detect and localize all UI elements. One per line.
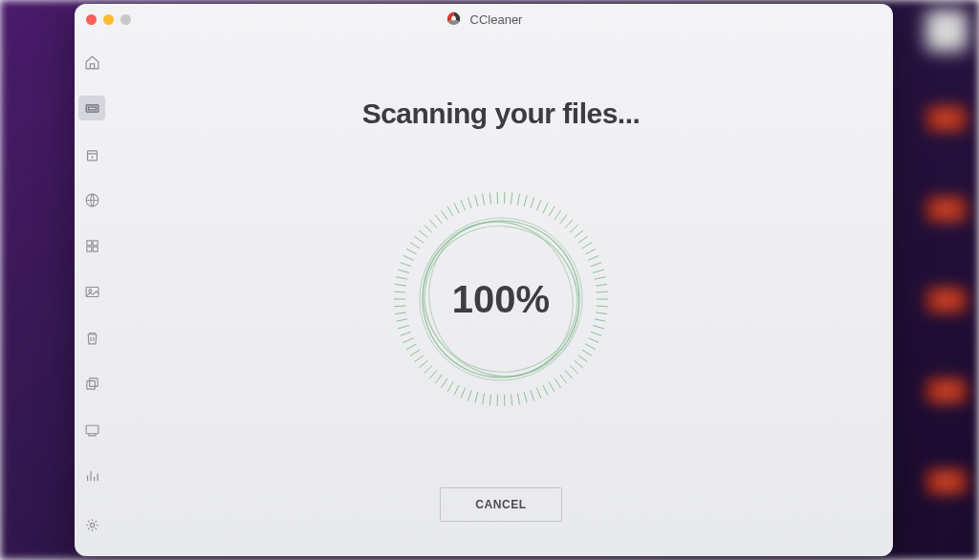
background-blur-item [925,196,968,223]
svg-line-28 [555,378,561,388]
svg-line-57 [395,312,406,314]
svg-rect-11 [86,380,95,389]
svg-line-98 [588,255,598,260]
svg-line-80 [490,193,490,205]
svg-line-31 [536,388,541,398]
svg-line-88 [543,203,548,213]
svg-line-85 [524,195,527,206]
svg-line-49 [419,360,427,368]
svg-line-46 [435,375,442,383]
svg-rect-7 [93,247,98,251]
svg-line-67 [410,243,420,248]
sidebar-item-photos[interactable] [78,279,105,304]
svg-line-93 [570,225,578,232]
svg-line-20 [588,338,598,343]
svg-line-18 [593,326,604,329]
main-content: Scanning your files... 100% CANCEL [109,34,893,556]
apps-icon [84,238,100,254]
svg-line-60 [394,291,405,292]
svg-line-17 [595,319,606,322]
svg-line-25 [570,365,578,373]
sidebar-item-web[interactable] [78,187,105,212]
svg-line-102 [596,284,607,286]
progress-ring: 100% [391,189,611,409]
sidebar-item-clean[interactable] [78,141,105,166]
title-center: CCleaner [446,11,523,28]
svg-line-69 [419,230,427,238]
svg-line-72 [435,215,442,224]
settings-icon [84,517,100,533]
background-blur-item [925,105,968,132]
svg-line-79 [483,194,485,205]
minimize-window-button[interactable] [103,14,114,25]
background-blur-app [925,10,968,52]
svg-line-64 [401,263,411,267]
svg-line-19 [591,332,601,335]
svg-line-51 [410,350,420,355]
svg-line-23 [578,355,588,362]
svg-rect-1 [88,107,97,110]
svg-line-26 [565,370,573,378]
sidebar-item-duplicates[interactable] [78,371,105,396]
close-window-button[interactable] [86,14,97,25]
svg-line-62 [396,277,407,280]
svg-line-40 [475,392,478,403]
background-blur-item [925,468,968,495]
svg-line-94 [575,230,583,238]
sidebar-item-scan[interactable] [78,96,105,120]
background-blur-item [925,287,968,313]
svg-line-50 [414,355,424,362]
scan-icon [84,100,100,117]
scan-title: Scanning your files... [362,97,641,130]
svg-rect-6 [86,247,91,251]
app-title: CCleaner [470,12,523,27]
clean-icon [84,146,100,162]
svg-line-63 [398,269,409,272]
cancel-button[interactable]: CANCEL [440,487,562,522]
duplicates-icon [84,376,100,392]
svg-line-32 [531,390,534,400]
sidebar-item-apps[interactable] [78,233,105,258]
sidebar-item-analyzer[interactable] [78,463,105,487]
svg-line-77 [468,197,471,207]
svg-line-39 [483,393,485,404]
maximize-window-button[interactable] [120,14,131,25]
sidebar-item-home[interactable] [78,50,105,75]
svg-line-103 [597,291,608,292]
svg-rect-10 [89,377,98,386]
photos-icon [84,284,100,300]
svg-line-65 [403,255,414,260]
svg-line-74 [447,206,453,216]
svg-line-56 [396,319,407,322]
uninstaller-icon [84,421,100,438]
svg-line-27 [560,375,567,383]
web-icon [84,192,100,208]
svg-line-34 [517,393,519,404]
sidebar [75,34,109,556]
titlebar: CCleaner [75,4,893,34]
trash-icon [84,330,100,346]
svg-line-41 [468,390,471,400]
svg-line-89 [549,206,555,216]
svg-line-44 [447,382,453,392]
app-logo-icon [446,11,463,28]
progress-percentage: 100% [452,278,550,321]
svg-line-35 [511,394,511,405]
svg-line-61 [395,284,406,286]
svg-line-100 [593,269,604,272]
svg-line-70 [424,225,432,232]
sidebar-item-uninstaller[interactable] [78,417,105,442]
app-window: CCleaner [75,4,893,556]
svg-line-92 [565,220,573,228]
svg-line-42 [461,388,466,398]
traffic-lights [75,14,131,25]
svg-line-99 [591,263,601,267]
svg-line-83 [511,193,511,205]
svg-line-30 [543,385,548,396]
svg-rect-2 [87,150,97,160]
sidebar-item-settings[interactable] [78,512,105,537]
sidebar-item-trash[interactable] [78,325,105,350]
svg-line-54 [401,332,411,335]
svg-line-87 [536,200,541,210]
svg-line-47 [429,370,437,378]
